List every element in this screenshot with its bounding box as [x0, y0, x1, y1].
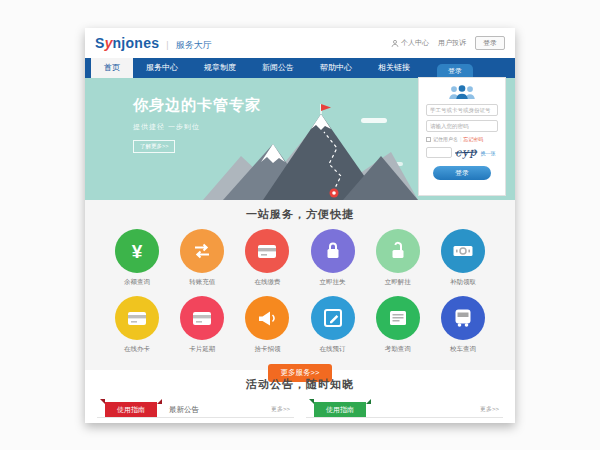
login-options: 记住用户名 | 忘记密码: [426, 136, 498, 142]
service-school-bus-inquiry[interactable]: 校车查询: [435, 296, 491, 354]
lock-icon: [311, 229, 355, 273]
user-feedback-link[interactable]: 用户投诉: [438, 38, 466, 48]
service-cancel-loss[interactable]: 立即解挂: [370, 229, 426, 287]
personal-center-link[interactable]: 个人中心: [391, 38, 429, 48]
services-row-2: 在线办卡 卡片延期 拾卡招领 在线预订: [85, 296, 515, 354]
logo-text: S: [95, 35, 105, 51]
nav-item-rules[interactable]: 规章制度: [191, 58, 249, 78]
service-label: 卡片延期: [189, 345, 215, 354]
service-label: 转账充值: [189, 278, 215, 287]
service-subsidy-collect[interactable]: 补助领取: [435, 229, 491, 287]
bank-card-icon: [115, 296, 159, 340]
logo-divider: |: [166, 40, 168, 50]
banner-text: 你身边的卡管专家 提供捷径 一步到位 了解更多>>: [133, 96, 261, 153]
forgot-password-link[interactable]: 忘记密码: [463, 136, 483, 142]
service-label: 在线办卡: [124, 345, 150, 354]
services-section: 一站服务，方便快捷 ¥ 余额查询 转账充值 在线缴费: [85, 200, 515, 370]
users-group-icon: [447, 84, 477, 100]
service-found-card[interactable]: 拾卡招领: [239, 296, 295, 354]
guide-ribbon-right[interactable]: 使用指南: [314, 402, 366, 417]
logo-accent: y: [105, 35, 113, 51]
service-label: 拾卡招领: [254, 345, 280, 354]
pencil-icon: [311, 296, 355, 340]
top-right-links: 个人中心 用户投诉 登录: [391, 36, 505, 50]
service-label: 立即解挂: [385, 278, 411, 287]
bus-icon: [441, 296, 485, 340]
login-submit-button[interactable]: 登录: [433, 166, 491, 180]
unlock-icon: [376, 229, 420, 273]
announcement-column-right: 使用指南 更多>>: [306, 401, 503, 418]
service-online-card[interactable]: 在线办卡: [109, 296, 165, 354]
password-input[interactable]: [426, 120, 498, 132]
announcement-column-left: 使用指南 最新公告 更多>>: [97, 401, 294, 418]
announcement-columns: 使用指南 最新公告 更多>> 使用指南 更多>>: [85, 401, 515, 418]
account-input[interactable]: [426, 104, 498, 116]
nav-item-links[interactable]: 相关链接: [365, 58, 423, 78]
latest-announcements-tab[interactable]: 最新公告: [169, 402, 199, 417]
services-row-1: ¥ 余额查询 转账充值 在线缴费 立即挂失: [85, 229, 515, 287]
banknote-icon: [441, 229, 485, 273]
yen-icon: ¥: [115, 229, 159, 273]
service-attendance-inquiry[interactable]: 考勤查询: [370, 296, 426, 354]
captcha-image: cyp: [455, 145, 478, 159]
service-label: 在线缴费: [254, 278, 280, 287]
remember-checkbox[interactable]: [426, 137, 431, 142]
banner-subtitle: 提供捷径 一步到位: [133, 122, 261, 132]
more-link-right[interactable]: 更多>>: [480, 402, 499, 417]
user-feedback-label: 用户投诉: [438, 38, 466, 48]
site-title: 服务大厅: [176, 39, 212, 52]
service-label: 立即挂失: [320, 278, 346, 287]
user-icon: [391, 39, 399, 48]
nav-item-help[interactable]: 帮助中心: [307, 58, 365, 78]
nav-item-home[interactable]: 首页: [91, 58, 133, 78]
service-transfer-recharge[interactable]: 转账充值: [174, 229, 230, 287]
list-icon: [376, 296, 420, 340]
header-login-button[interactable]: 登录: [475, 36, 505, 50]
nav-item-news[interactable]: 新闻公告: [249, 58, 307, 78]
nav-item-service-center[interactable]: 服务中心: [133, 58, 191, 78]
login-tab[interactable]: 登录: [437, 64, 473, 77]
bank-card-icon: [180, 296, 224, 340]
transfer-icon: [180, 229, 224, 273]
service-online-booking[interactable]: 在线预订: [305, 296, 361, 354]
more-link-left[interactable]: 更多>>: [271, 402, 290, 417]
service-label: 校车查询: [450, 345, 476, 354]
captcha-row: cyp 换一张: [426, 146, 498, 159]
service-label: 在线预订: [320, 345, 346, 354]
login-panel: 记住用户名 | 忘记密码 cyp 换一张 登录: [418, 77, 506, 196]
captcha-input[interactable]: [426, 147, 452, 158]
captcha-refresh-link[interactable]: 换一张: [480, 150, 495, 156]
announcements-title: 活动公告，随时知晓: [85, 377, 515, 392]
megaphone-icon: [245, 296, 289, 340]
logo[interactable]: S y njones | 服务大厅: [95, 35, 212, 52]
top-bar: S y njones | 服务大厅 个人中心 用户投诉 登录: [85, 28, 515, 58]
guide-ribbon-left[interactable]: 使用指南: [105, 402, 157, 417]
options-separator: |: [460, 136, 461, 142]
service-online-payment[interactable]: 在线缴费: [239, 229, 295, 287]
service-label: 余额查询: [124, 278, 150, 287]
banner-cta-button[interactable]: 了解更多>>: [133, 140, 175, 153]
announcements-section: 活动公告，随时知晓 使用指南 最新公告 更多>> 使用指南 更多>>: [85, 370, 515, 418]
bank-card-icon: [245, 229, 289, 273]
logo-text: njones: [112, 35, 159, 51]
remember-label: 记住用户名: [433, 136, 458, 142]
page: S y njones | 服务大厅 个人中心 用户投诉 登录 首页 服务中心 规…: [85, 28, 515, 423]
service-label: 考勤查询: [385, 345, 411, 354]
service-label: 补助领取: [450, 278, 476, 287]
service-card-extension[interactable]: 卡片延期: [174, 296, 230, 354]
service-balance-inquiry[interactable]: ¥ 余额查询: [109, 229, 165, 287]
personal-center-label: 个人中心: [401, 38, 429, 48]
banner-title: 你身边的卡管专家: [133, 96, 261, 115]
services-title: 一站服务，方便快捷: [85, 207, 515, 222]
service-report-loss[interactable]: 立即挂失: [305, 229, 361, 287]
